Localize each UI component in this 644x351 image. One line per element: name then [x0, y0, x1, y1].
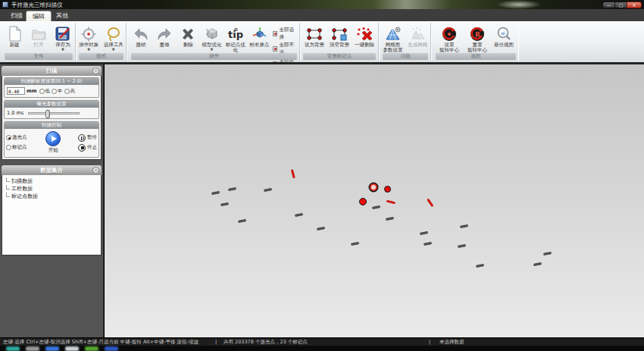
resolution-unit: mm [27, 88, 37, 94]
mesh-params-button[interactable]: 网格面 参数设置 [380, 25, 405, 53]
red-marker-stroke [386, 200, 395, 204]
clear-background-icon [330, 25, 349, 42]
resolution-low-radio[interactable] [39, 89, 45, 94]
laser-point-radio[interactable] [6, 135, 11, 140]
windows-taskbar-sliver[interactable] [0, 346, 644, 351]
model-optimize-button[interactable]: 模型优化 ▼ [200, 25, 224, 52]
undo-button[interactable]: 撤销 [129, 25, 152, 48]
ribbon-group-label: 视图 [436, 53, 516, 60]
set-rotation-center-button[interactable]: 设置 旋转中心 [436, 25, 464, 53]
reset-rotation-center-icon: R [468, 25, 486, 42]
marker-dash [220, 202, 229, 206]
calibrate-origin-button[interactable]: 校准原点 [247, 25, 270, 48]
laser-point-option[interactable]: 激光点 [6, 134, 29, 141]
title-bar[interactable]: 手持激光三维扫描仪 — ▢ ✕ [0, 0, 644, 9]
marker-dash [386, 217, 394, 221]
ribbon-group-function: 网格面 参数设置 生成网格 功能 [380, 23, 431, 61]
resolution-input[interactable] [7, 87, 25, 95]
tab-other[interactable]: 其他 [50, 11, 74, 21]
mesh-params-icon [384, 25, 402, 42]
red-marker-dot [384, 186, 391, 193]
scan-panel-body: 扫描解析度设置(0.1 ~ 2.0) mm 低 中 高 曝光参数设置 1.0 m… [2, 76, 102, 160]
maximize-button[interactable]: ▢ [614, 2, 627, 8]
data-panel-header[interactable]: 数据集合 ⌃ [2, 165, 102, 175]
delete-button[interactable]: 删除 [177, 25, 200, 48]
start-scan-button[interactable] [45, 131, 61, 146]
dropdown-arrow-icon[interactable]: ▼ [112, 48, 115, 52]
scan-panel-header[interactable]: 扫描 ⌃ [2, 66, 102, 76]
marker-dash [351, 242, 359, 245]
window-controls: — ▢ ✕ [602, 2, 642, 8]
resolution-high-radio[interactable] [64, 89, 70, 94]
marker-dash [238, 219, 246, 222]
axis-origin-icon [250, 25, 268, 42]
marker-point-radio[interactable] [6, 145, 11, 150]
marker-dash [211, 191, 220, 194]
marker-dash [533, 262, 542, 265]
reset-rotation-center-button[interactable]: R 重置 旋转中心 [464, 25, 492, 53]
taskbar-icon[interactable] [85, 346, 98, 351]
set-background-button[interactable]: 设为背景 [302, 25, 327, 48]
collapse-chevron-icon[interactable]: ⌃ [92, 67, 99, 74]
marker-optimize-button[interactable]: tip 标记点优化 [224, 25, 247, 53]
model-optimize-icon [203, 25, 221, 42]
ribbon-group-file: 新建 打开 保存为 ▼ 文件 [2, 23, 76, 61]
select-all-link[interactable]: 全部选择 [273, 26, 298, 41]
marker-point-option[interactable]: 标记点 [6, 144, 29, 151]
tree-item-project-data[interactable]: 工程数据 [4, 185, 99, 193]
save-as-button[interactable]: 保存为 ▼ [51, 25, 75, 52]
close-button[interactable]: ✕ [627, 2, 642, 8]
taskbar-icon[interactable] [6, 346, 20, 351]
dropdown-arrow-icon[interactable]: ▼ [211, 48, 214, 52]
best-view-button[interactable]: w 最佳视图 [492, 25, 517, 48]
redo-button[interactable]: 重做 [152, 25, 176, 48]
delete-x-icon [179, 25, 197, 42]
dropdown-arrow-icon[interactable]: ▼ [87, 48, 90, 52]
taskbar-icon[interactable] [26, 346, 39, 351]
operate-object-button[interactable]: 操作对象 ▼ [77, 25, 102, 52]
stop-button[interactable]: 停止 [78, 144, 97, 152]
tree-item-scan-data[interactable]: 扫描数据 [4, 177, 99, 185]
red-marker-stroke [291, 169, 295, 178]
taskbar-icon[interactable] [105, 346, 118, 351]
tip-icon: tip [227, 25, 245, 42]
target-icon [80, 25, 98, 42]
red-marker-ring [370, 183, 377, 191]
generate-mesh-button[interactable]: 生成网格 [405, 25, 430, 48]
svg-text:w: w [502, 30, 505, 36]
clear-background-button[interactable]: 清空背景 [327, 25, 352, 48]
set-rotation-center-icon [440, 25, 458, 42]
point-counts: 共有 203378 个激光点，23 个标记点 [224, 339, 308, 346]
status-bar: 左键-选择 Ctrl+左键-取消选择 Shift+左键-只选当前 中键-旋转 A… [0, 337, 644, 346]
mouse-hints: 左键-选择 Ctrl+左键-取消选择 Shift+左键-只选当前 中键-旋转 A… [3, 339, 199, 346]
taskbar-icon[interactable] [45, 346, 59, 351]
taskbar-icon[interactable] [65, 346, 79, 351]
marker-dash [543, 252, 552, 255]
ribbon-group-label: 文件 [5, 53, 73, 60]
ribbon-group-label: 背景标记点 [303, 53, 376, 60]
exposure-groupbox: 曝光参数设置 1.0 ms [4, 100, 99, 119]
tree-item-marker-data[interactable]: 标记点数据 [4, 193, 99, 200]
marker-dash [420, 231, 428, 234]
ribbon-group-mode: 操作对象 ▼ 选择工具 ▼ 模式 [77, 23, 127, 61]
exposure-slider[interactable] [28, 112, 80, 114]
new-button[interactable]: 新建 [2, 25, 27, 48]
delete-all-markers-button[interactable]: 一键删除 [352, 25, 377, 48]
resolution-mid-radio[interactable] [52, 89, 57, 94]
side-panel: 扫描 ⌃ 扫描解析度设置(0.1 ~ 2.0) mm 低 中 高 曝光参数设置 [0, 64, 104, 337]
select-tool-button[interactable]: 选择工具 ▼ [102, 25, 127, 52]
marker-dash [228, 187, 236, 191]
stop-icon [78, 144, 86, 152]
start-label: 开始 [48, 147, 58, 154]
pause-button[interactable]: 暂停 [78, 134, 97, 142]
tab-edit[interactable]: 编辑 [26, 11, 52, 21]
dropdown-arrow-icon[interactable]: ▼ [61, 48, 64, 52]
minimize-button[interactable]: — [602, 2, 614, 8]
collapse-chevron-icon[interactable]: ⌃ [92, 167, 99, 174]
slider-thumb[interactable] [45, 110, 50, 118]
scan-viewport[interactable] [105, 64, 644, 337]
selection-status: 未选择数据 [439, 339, 464, 346]
open-button[interactable]: 打开 [27, 25, 51, 48]
titlebar-glass-highlight [496, 0, 542, 9]
marker-dash [317, 227, 325, 230]
